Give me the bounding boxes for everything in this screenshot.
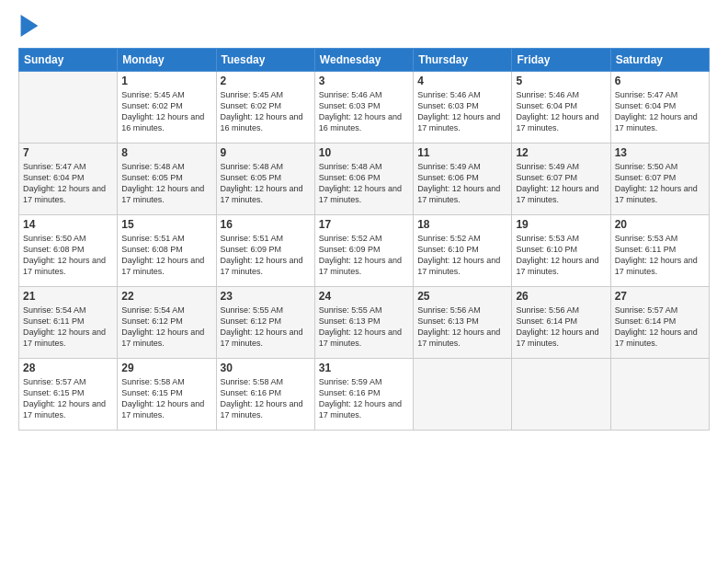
calendar-cell: 2Sunrise: 5:45 AMSunset: 6:02 PMDaylight…	[216, 72, 314, 144]
calendar-cell: 19Sunrise: 5:53 AMSunset: 6:10 PMDayligh…	[512, 215, 610, 287]
day-number: 11	[417, 146, 507, 159]
calendar-cell	[19, 72, 118, 144]
logo	[18, 17, 39, 40]
calendar-cell: 26Sunrise: 5:56 AMSunset: 6:14 PMDayligh…	[512, 287, 610, 359]
day-number: 17	[319, 218, 409, 231]
calendar-cell: 10Sunrise: 5:48 AMSunset: 6:06 PMDayligh…	[314, 144, 413, 215]
calendar-cell: 27Sunrise: 5:57 AMSunset: 6:14 PMDayligh…	[610, 287, 709, 359]
weekday-header-friday: Friday	[512, 49, 610, 72]
day-number: 13	[615, 146, 705, 159]
calendar-cell: 6Sunrise: 5:47 AMSunset: 6:04 PMDaylight…	[610, 72, 709, 144]
week-row-2: 7Sunrise: 5:47 AMSunset: 6:04 PMDaylight…	[19, 144, 710, 215]
calendar-cell: 17Sunrise: 5:52 AMSunset: 6:09 PMDayligh…	[314, 215, 413, 287]
day-number: 22	[121, 290, 211, 303]
calendar-cell: 14Sunrise: 5:50 AMSunset: 6:08 PMDayligh…	[19, 215, 118, 287]
calendar-cell: 9Sunrise: 5:48 AMSunset: 6:05 PMDaylight…	[216, 144, 314, 215]
week-row-5: 28Sunrise: 5:57 AMSunset: 6:15 PMDayligh…	[19, 359, 710, 431]
calendar-cell: 29Sunrise: 5:58 AMSunset: 6:15 PMDayligh…	[118, 359, 216, 431]
day-number: 16	[221, 218, 311, 231]
calendar-body: 1Sunrise: 5:45 AMSunset: 6:02 PMDaylight…	[19, 72, 710, 431]
day-number: 3	[319, 75, 409, 87]
week-row-4: 21Sunrise: 5:54 AMSunset: 6:11 PMDayligh…	[19, 287, 710, 359]
day-info: Sunrise: 5:59 AMSunset: 6:16 PMDaylight:…	[319, 376, 409, 421]
day-number: 26	[516, 290, 606, 303]
week-row-1: 1Sunrise: 5:45 AMSunset: 6:02 PMDaylight…	[19, 72, 710, 144]
day-info: Sunrise: 5:49 AMSunset: 6:06 PMDaylight:…	[417, 161, 507, 206]
day-number: 23	[221, 290, 311, 303]
day-number: 12	[516, 146, 606, 159]
calendar-cell	[610, 359, 709, 431]
day-info: Sunrise: 5:50 AMSunset: 6:07 PMDaylight:…	[615, 161, 705, 206]
day-number: 8	[121, 146, 211, 159]
calendar-cell: 24Sunrise: 5:55 AMSunset: 6:13 PMDayligh…	[314, 287, 413, 359]
calendar-cell: 1Sunrise: 5:45 AMSunset: 6:02 PMDaylight…	[118, 72, 216, 144]
day-info: Sunrise: 5:48 AMSunset: 6:06 PMDaylight:…	[319, 161, 409, 206]
day-info: Sunrise: 5:56 AMSunset: 6:14 PMDaylight:…	[516, 304, 606, 350]
svg-marker-0	[21, 15, 39, 37]
day-number: 15	[121, 218, 211, 231]
day-number: 31	[319, 362, 409, 374]
day-number: 6	[615, 75, 705, 87]
weekday-header-sunday: Sunday	[19, 49, 118, 72]
calendar-cell: 21Sunrise: 5:54 AMSunset: 6:11 PMDayligh…	[19, 287, 118, 359]
day-info: Sunrise: 5:47 AMSunset: 6:04 PMDaylight:…	[23, 161, 113, 206]
day-number: 14	[23, 218, 113, 231]
day-info: Sunrise: 5:56 AMSunset: 6:13 PMDaylight:…	[417, 304, 507, 350]
day-number: 7	[23, 146, 113, 159]
day-number: 29	[121, 362, 211, 374]
calendar-cell: 12Sunrise: 5:49 AMSunset: 6:07 PMDayligh…	[512, 144, 610, 215]
day-info: Sunrise: 5:49 AMSunset: 6:07 PMDaylight:…	[516, 161, 606, 206]
day-info: Sunrise: 5:52 AMSunset: 6:09 PMDaylight:…	[319, 233, 409, 278]
calendar-cell: 15Sunrise: 5:51 AMSunset: 6:08 PMDayligh…	[118, 215, 216, 287]
calendar-cell: 25Sunrise: 5:56 AMSunset: 6:13 PMDayligh…	[414, 287, 512, 359]
calendar-cell: 7Sunrise: 5:47 AMSunset: 6:04 PMDaylight…	[19, 144, 118, 215]
calendar-cell: 31Sunrise: 5:59 AMSunset: 6:16 PMDayligh…	[314, 359, 413, 431]
weekday-header-monday: Monday	[118, 49, 216, 72]
weekday-header-row: SundayMondayTuesdayWednesdayThursdayFrid…	[19, 49, 710, 72]
calendar-cell: 3Sunrise: 5:46 AMSunset: 6:03 PMDaylight…	[314, 72, 413, 144]
day-info: Sunrise: 5:47 AMSunset: 6:04 PMDaylight:…	[615, 89, 705, 134]
day-number: 5	[516, 75, 606, 87]
calendar-cell: 5Sunrise: 5:46 AMSunset: 6:04 PMDaylight…	[512, 72, 610, 144]
day-info: Sunrise: 5:55 AMSunset: 6:12 PMDaylight:…	[221, 304, 311, 350]
day-info: Sunrise: 5:46 AMSunset: 6:03 PMDaylight:…	[417, 89, 507, 134]
calendar-cell	[414, 359, 512, 431]
day-info: Sunrise: 5:46 AMSunset: 6:04 PMDaylight:…	[516, 89, 606, 134]
weekday-header-saturday: Saturday	[610, 49, 709, 72]
calendar-cell: 13Sunrise: 5:50 AMSunset: 6:07 PMDayligh…	[610, 144, 709, 215]
day-number: 10	[319, 146, 409, 159]
day-info: Sunrise: 5:45 AMSunset: 6:02 PMDaylight:…	[121, 89, 211, 134]
day-info: Sunrise: 5:50 AMSunset: 6:08 PMDaylight:…	[23, 233, 113, 278]
day-number: 4	[417, 75, 507, 87]
header	[18, 17, 710, 40]
calendar-cell: 16Sunrise: 5:51 AMSunset: 6:09 PMDayligh…	[216, 215, 314, 287]
weekday-header-wednesday: Wednesday	[314, 49, 413, 72]
day-number: 28	[23, 362, 113, 374]
day-info: Sunrise: 5:54 AMSunset: 6:12 PMDaylight:…	[121, 304, 211, 350]
day-info: Sunrise: 5:55 AMSunset: 6:13 PMDaylight:…	[319, 304, 409, 350]
day-info: Sunrise: 5:46 AMSunset: 6:03 PMDaylight:…	[319, 89, 409, 134]
day-info: Sunrise: 5:53 AMSunset: 6:11 PMDaylight:…	[615, 233, 705, 278]
week-row-3: 14Sunrise: 5:50 AMSunset: 6:08 PMDayligh…	[19, 215, 710, 287]
day-info: Sunrise: 5:58 AMSunset: 6:15 PMDaylight:…	[121, 376, 211, 421]
day-info: Sunrise: 5:57 AMSunset: 6:15 PMDaylight:…	[23, 376, 113, 421]
day-info: Sunrise: 5:58 AMSunset: 6:16 PMDaylight:…	[221, 376, 311, 421]
day-number: 1	[121, 75, 211, 87]
day-info: Sunrise: 5:48 AMSunset: 6:05 PMDaylight:…	[221, 161, 311, 206]
calendar-cell: 20Sunrise: 5:53 AMSunset: 6:11 PMDayligh…	[610, 215, 709, 287]
calendar-cell: 18Sunrise: 5:52 AMSunset: 6:10 PMDayligh…	[414, 215, 512, 287]
day-number: 24	[319, 290, 409, 303]
day-number: 2	[221, 75, 311, 87]
day-number: 9	[221, 146, 311, 159]
day-number: 21	[23, 290, 113, 303]
weekday-header-thursday: Thursday	[414, 49, 512, 72]
day-number: 30	[221, 362, 311, 374]
day-number: 20	[615, 218, 705, 231]
day-number: 19	[516, 218, 606, 231]
day-number: 25	[417, 290, 507, 303]
calendar: SundayMondayTuesdayWednesdayThursdayFrid…	[18, 48, 710, 431]
calendar-cell: 28Sunrise: 5:57 AMSunset: 6:15 PMDayligh…	[19, 359, 118, 431]
day-info: Sunrise: 5:57 AMSunset: 6:14 PMDaylight:…	[615, 304, 705, 350]
day-info: Sunrise: 5:54 AMSunset: 6:11 PMDaylight:…	[23, 304, 113, 350]
day-info: Sunrise: 5:51 AMSunset: 6:09 PMDaylight:…	[221, 233, 311, 278]
